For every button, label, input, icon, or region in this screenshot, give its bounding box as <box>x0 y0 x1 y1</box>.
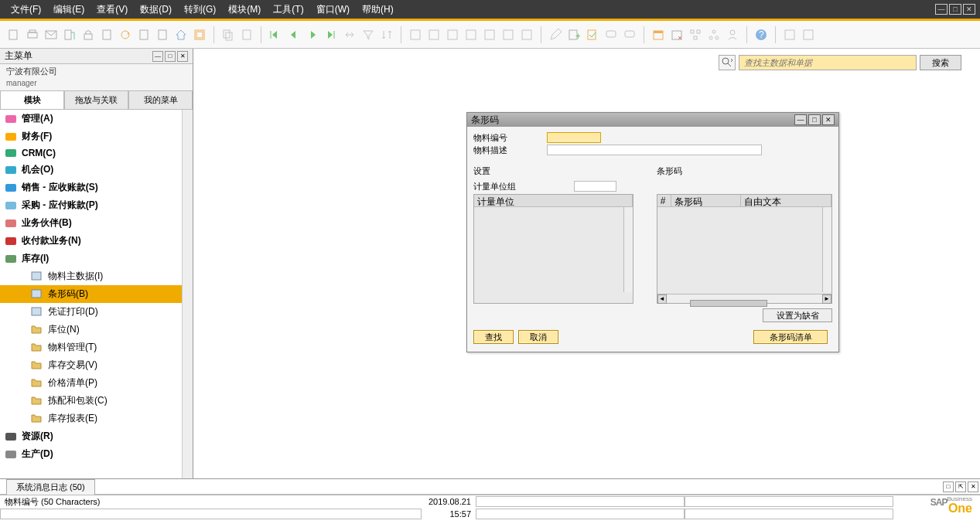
last-icon[interactable] <box>323 27 339 43</box>
module-tree[interactable]: 管理(A)财务(F)CRM(C)机会(O)销售 - 应收账款(S)采购 - 应付… <box>0 110 193 478</box>
cancel-button[interactable]: 取消 <box>518 330 558 344</box>
search-input[interactable] <box>739 55 917 70</box>
calendar-x-icon[interactable] <box>669 27 685 43</box>
sort-icon[interactable] <box>379 27 394 43</box>
panel-maximize-icon[interactable]: □ <box>165 51 176 62</box>
tree-item[interactable]: 物料管理(T) <box>0 339 193 356</box>
new-icon[interactable] <box>6 27 22 43</box>
tree-item[interactable]: 收付款业务(N) <box>0 232 193 250</box>
scroll-thumb[interactable] <box>690 300 767 307</box>
paste-icon[interactable] <box>239 27 254 43</box>
tree-item[interactable]: 资源(R) <box>0 427 193 445</box>
uom-group-input[interactable] <box>574 181 616 192</box>
doc-icon[interactable] <box>99 27 114 43</box>
report4-icon[interactable] <box>463 27 479 43</box>
refresh-icon[interactable] <box>118 27 133 43</box>
item-desc-input[interactable] <box>547 145 762 155</box>
scroll-left-icon[interactable]: ◄ <box>657 294 667 304</box>
tab-mymenu[interactable]: 我的菜单 <box>128 90 193 109</box>
menu-window[interactable]: 窗口(W) <box>310 1 356 19</box>
tree-scrollbar[interactable] <box>182 110 193 478</box>
next-icon[interactable] <box>305 27 320 43</box>
hierarchy-icon[interactable] <box>706 27 722 43</box>
tree-item[interactable]: 条形码(B) <box>0 285 193 303</box>
menu-file[interactable]: 文件(F) <box>5 1 47 19</box>
set-default-button[interactable]: 设置为缺省 <box>763 308 832 322</box>
tab-dragdrop[interactable]: 拖放与关联 <box>64 90 128 109</box>
tree-item[interactable]: 凭证打印(D) <box>0 303 193 321</box>
minimize-icon[interactable]: — <box>935 4 948 15</box>
tree-item[interactable]: 财务(F) <box>0 128 193 145</box>
tree-item[interactable]: 管理(A) <box>0 110 193 128</box>
uom-listbox[interactable]: 计量单位 <box>473 194 633 304</box>
dialog-minimize-icon[interactable]: — <box>794 114 807 125</box>
tree-item[interactable]: 业务伙伴(B) <box>0 214 193 232</box>
report5-icon[interactable] <box>482 27 497 43</box>
tree-item[interactable]: 库存报表(E) <box>0 410 193 427</box>
tree-item[interactable]: 价格清单(P) <box>0 374 193 392</box>
search-button[interactable]: 搜索 <box>920 55 961 70</box>
status-input-3[interactable] <box>0 509 422 519</box>
edit-icon[interactable] <box>548 27 563 43</box>
find-button[interactable]: 查找 <box>473 330 514 344</box>
report7-icon[interactable] <box>519 27 534 43</box>
panel-close-icon[interactable]: ✕ <box>177 51 188 62</box>
tree-icon[interactable] <box>688 27 703 43</box>
print-icon[interactable] <box>25 27 40 43</box>
tree-item[interactable]: 库存(I) <box>0 250 193 267</box>
link-icon[interactable] <box>342 27 357 43</box>
tree-item[interactable]: 物料主数据(I) <box>0 267 193 285</box>
layout2-icon[interactable] <box>801 27 816 43</box>
tree-item[interactable]: CRM(C) <box>0 145 193 161</box>
menu-edit[interactable]: 编辑(E) <box>47 1 90 19</box>
tree-item[interactable]: 拣配和包装(C) <box>0 392 193 410</box>
filter-icon[interactable] <box>360 27 376 43</box>
tree-item[interactable]: 采购 - 应付账款(P) <box>0 196 193 214</box>
report2-icon[interactable] <box>426 27 442 43</box>
system-messages-tab[interactable]: 系统消息日志 (50) <box>6 479 95 495</box>
barcode-listbox[interactable]: # 条形码 自由文本 ◄ ► <box>657 194 832 304</box>
menu-goto[interactable]: 转到(G) <box>178 1 222 19</box>
menu-help[interactable]: 帮助(H) <box>356 1 400 19</box>
status-input-4[interactable] <box>476 509 685 519</box>
tab-modules[interactable]: 模块 <box>0 90 64 109</box>
close-icon[interactable]: ✕ <box>963 4 975 15</box>
uom-scrollbar[interactable] <box>623 207 633 292</box>
search-dropdown-icon[interactable] <box>719 55 736 70</box>
bc-scrollbar-h[interactable]: ◄ ► <box>657 294 831 303</box>
barcode-list-button[interactable]: 条形码清单 <box>753 330 828 344</box>
tree-item[interactable]: 机会(O) <box>0 161 193 179</box>
email-icon[interactable] <box>43 27 59 43</box>
maximize-icon[interactable]: □ <box>949 4 961 15</box>
chat1-icon[interactable] <box>603 27 619 43</box>
prev-icon[interactable] <box>286 27 302 43</box>
copy-icon[interactable] <box>220 27 236 43</box>
help-icon[interactable]: ? <box>753 27 769 43</box>
user-icon[interactable] <box>725 27 740 43</box>
check-doc-icon[interactable] <box>585 27 600 43</box>
panel-minimize-icon[interactable]: — <box>152 51 163 62</box>
export-icon[interactable] <box>62 27 77 43</box>
bottom-pin-icon[interactable]: ⇱ <box>955 481 966 492</box>
menu-tools[interactable]: 工具(T) <box>267 1 309 19</box>
menu-modules[interactable]: 模块(M) <box>222 1 267 19</box>
bottom-min-icon[interactable]: □ <box>943 481 954 492</box>
tree-item[interactable]: 销售 - 应收账款(S) <box>0 179 193 196</box>
report3-icon[interactable] <box>445 27 460 43</box>
tree-item[interactable]: 库存交易(V) <box>0 356 193 374</box>
item-no-input[interactable] <box>547 132 601 143</box>
dialog-titlebar[interactable]: 条形码 — □ ✕ <box>467 113 838 127</box>
menu-data[interactable]: 数据(D) <box>134 1 178 19</box>
page-icon[interactable] <box>136 27 152 43</box>
home-icon[interactable] <box>173 27 189 43</box>
dialog-close-icon[interactable]: ✕ <box>822 114 835 125</box>
report6-icon[interactable] <box>500 27 516 43</box>
dialog-maximize-icon[interactable]: □ <box>808 114 821 125</box>
tree-item[interactable]: 生产(D) <box>0 445 193 463</box>
scroll-right-icon[interactable]: ► <box>822 294 831 304</box>
page2-icon[interactable] <box>155 27 170 43</box>
layout1-icon[interactable] <box>782 27 797 43</box>
menu-view[interactable]: 查看(V) <box>90 1 134 19</box>
bc-scrollbar-v[interactable] <box>822 207 831 292</box>
status-input-5[interactable] <box>685 509 893 519</box>
